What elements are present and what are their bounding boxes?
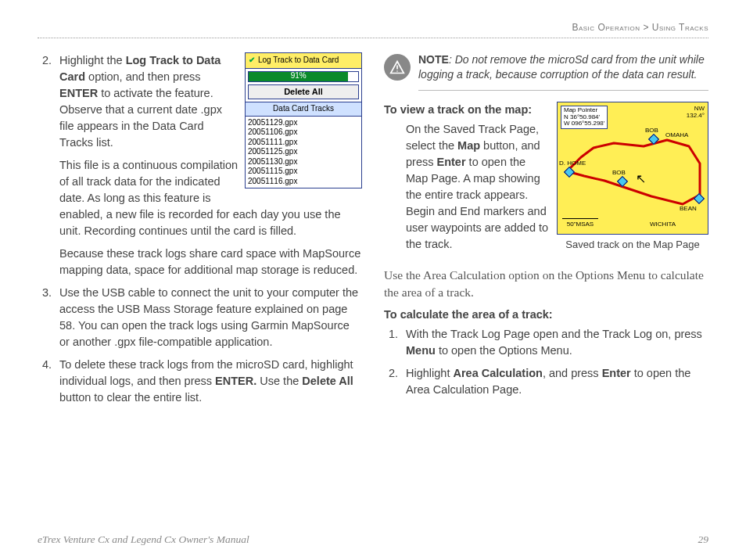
step-2: 2. Highlight the Log Track to Data Card …	[38, 52, 362, 278]
map-label: BOB	[645, 126, 658, 135]
left-column: ✔ Log Track to Data Card 91% Delete All …	[38, 52, 362, 412]
step-2-para2: This file is a continuous compilation of…	[59, 157, 362, 239]
step-2-para3: Because these track logs share card spac…	[59, 246, 362, 278]
step-number: 4.	[42, 357, 52, 373]
map-label: WICHITA	[650, 220, 676, 229]
step-3: 3. Use the USB cable to connect the unit…	[38, 285, 362, 350]
calc-step-2: 2. Highlight Area Calculation, and press…	[384, 365, 708, 398]
right-column: NOTE: Do not remove the microSd card fro…	[384, 52, 708, 412]
page-footer: eTrex Venture Cx and Legend Cx Owner's M…	[38, 533, 708, 546]
footer-title: eTrex Venture Cx and Legend Cx Owner's M…	[38, 533, 249, 546]
breadcrumb-section: Basic Operation	[572, 22, 640, 33]
warning-icon	[384, 54, 411, 81]
map-figure-wrap: Map Pointer N 36°50.984' W 096°55.298' N…	[557, 102, 708, 253]
map-label: OMAHA	[665, 131, 688, 140]
breadcrumb-page: Using Tracks	[652, 22, 708, 33]
svg-point-2	[396, 70, 398, 72]
step-number: 2.	[42, 52, 52, 69]
cursor-icon: ↖	[636, 170, 646, 188]
note-label: NOTE	[418, 53, 449, 66]
map-label: D. HOME	[559, 159, 586, 168]
note-block: NOTE: Do not remove the microSd card fro…	[384, 52, 708, 91]
map-screenshot: Map Pointer N 36°50.984' W 096°55.298' N…	[557, 102, 708, 235]
footer-page-number: 29	[698, 533, 709, 546]
step-number: 2.	[389, 365, 398, 382]
map-label: BEAN	[680, 204, 697, 214]
calc-step-1: 1. With the Track Log Page open and the …	[384, 326, 708, 359]
breadcrumb: Basic Operation > Using Tracks	[38, 22, 708, 38]
step-number: 1.	[389, 326, 398, 343]
map-pointer-info: Map Pointer N 36°50.984' W 096°55.298'	[561, 106, 608, 129]
map-label: BOB	[612, 168, 626, 178]
note-body: : Do not remove the microSd card from th…	[418, 53, 705, 81]
map-caption: Saved track on the Map Page	[557, 238, 708, 253]
step-number: 3.	[42, 285, 52, 301]
area-calc-intro: Use the Area Calculation option on the O…	[384, 267, 708, 300]
step-4: 4. To delete these track logs from the m…	[38, 357, 362, 406]
map-heading: NW 132.4°	[687, 106, 705, 120]
map-scale: 50"MSAS	[562, 218, 598, 229]
calc-area-heading: To calculate the area of a track:	[384, 307, 708, 323]
